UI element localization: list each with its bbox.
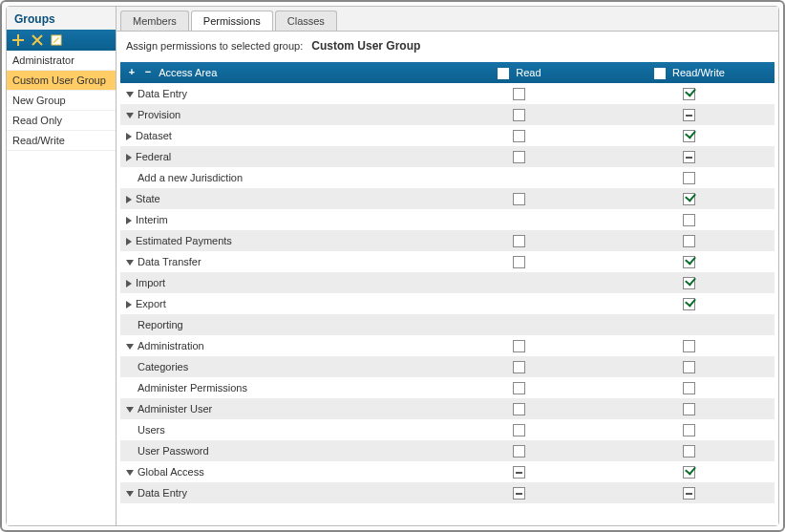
permission-checkbox[interactable] <box>513 256 525 268</box>
tree-cell[interactable]: Import <box>120 272 435 293</box>
tree-cell[interactable]: Administration <box>120 335 435 356</box>
edit-icon[interactable] <box>49 32 64 48</box>
tree-cell[interactable]: Federal <box>120 146 435 167</box>
column-header-readwrite[interactable]: Read/Write <box>605 62 774 83</box>
permission-checkbox[interactable] <box>513 151 525 163</box>
tree-cell[interactable]: Dataset <box>120 125 435 146</box>
permission-checkbox[interactable] <box>683 88 695 100</box>
read-cell <box>435 293 605 314</box>
sidebar-item[interactable]: Read Only <box>7 111 116 131</box>
table-row: Estimated Payments <box>120 230 774 251</box>
chevron-down-icon[interactable] <box>126 491 134 497</box>
chevron-right-icon[interactable] <box>126 133 132 140</box>
permission-checkbox[interactable] <box>683 130 695 142</box>
chevron-right-icon[interactable] <box>126 154 132 161</box>
tree-cell[interactable]: State <box>120 188 435 209</box>
tree-cell[interactable]: Export <box>120 293 435 314</box>
tab[interactable]: Classes <box>275 11 337 31</box>
sidebar-item[interactable]: Custom User Group <box>7 71 116 91</box>
chevron-right-icon[interactable] <box>126 280 132 287</box>
expand-all-icon[interactable]: + <box>126 67 138 78</box>
tree-cell[interactable]: Administer User <box>120 398 435 419</box>
tree-cell[interactable]: Provision <box>120 104 435 125</box>
permission-checkbox[interactable] <box>683 403 695 415</box>
sidebar-item[interactable]: New Group <box>7 91 116 111</box>
tree-cell[interactable]: Reporting <box>120 314 435 335</box>
sidebar-item[interactable]: Read/Write <box>7 131 116 151</box>
tab[interactable]: Permissions <box>191 11 273 31</box>
permission-checkbox[interactable] <box>683 214 695 226</box>
tree-cell[interactable]: Data Transfer <box>120 251 435 272</box>
grid-wrap[interactable]: + − Access Area Read R <box>117 62 778 525</box>
chevron-down-icon[interactable] <box>126 470 134 476</box>
read-cell <box>435 167 605 188</box>
permission-checkbox[interactable] <box>513 340 525 352</box>
permission-checkbox[interactable] <box>683 193 695 205</box>
tree-cell[interactable]: Global Access <box>120 461 435 482</box>
chevron-right-icon[interactable] <box>126 217 132 224</box>
permission-checkbox[interactable] <box>513 424 525 436</box>
assign-prefix: Assign permissions to selected group: <box>126 40 303 52</box>
permission-checkbox[interactable] <box>513 130 525 142</box>
permission-checkbox[interactable] <box>683 235 695 247</box>
column-header-area[interactable]: + − Access Area <box>120 62 435 83</box>
permission-checkbox[interactable] <box>683 256 695 268</box>
permission-checkbox[interactable] <box>683 382 695 394</box>
tree-spacer <box>126 446 134 454</box>
groups-sidebar: Groups AdministratorCustom User GroupNew… <box>7 7 117 525</box>
chevron-down-icon[interactable] <box>126 92 134 97</box>
permission-checkbox[interactable] <box>513 361 525 373</box>
permission-checkbox[interactable] <box>683 277 695 289</box>
permission-checkbox[interactable] <box>513 88 525 100</box>
chevron-right-icon[interactable] <box>126 196 132 203</box>
permission-checkbox[interactable] <box>683 445 695 458</box>
chevron-down-icon[interactable] <box>126 260 134 266</box>
header-readwrite-checkbox[interactable] <box>654 68 666 79</box>
delete-icon[interactable] <box>30 32 45 48</box>
permission-checkbox[interactable] <box>513 193 525 205</box>
permission-checkbox[interactable] <box>513 382 525 394</box>
column-header-read[interactable]: Read <box>435 62 605 83</box>
table-row: Administer Permissions <box>120 377 774 398</box>
permission-checkbox[interactable] <box>683 487 695 500</box>
tree-label: User Password <box>138 446 209 458</box>
permission-checkbox[interactable] <box>513 445 525 458</box>
tree-cell[interactable]: Categories <box>120 356 435 377</box>
readwrite-cell <box>605 251 774 272</box>
permission-checkbox[interactable] <box>683 109 695 121</box>
chevron-right-icon[interactable] <box>126 238 132 245</box>
permission-checkbox[interactable] <box>683 172 695 184</box>
tree-cell[interactable]: Administer Permissions <box>120 377 435 398</box>
readwrite-cell <box>605 335 774 356</box>
permission-checkbox[interactable] <box>513 466 525 479</box>
permission-checkbox[interactable] <box>683 424 695 436</box>
permission-checkbox[interactable] <box>513 487 525 500</box>
tree-cell[interactable]: Interim <box>120 209 435 230</box>
read-cell <box>435 209 605 230</box>
tree-cell[interactable]: Estimated Payments <box>120 230 435 251</box>
tab[interactable]: Members <box>120 11 189 31</box>
chevron-right-icon[interactable] <box>126 301 132 309</box>
chevron-down-icon[interactable] <box>126 407 134 413</box>
permission-checkbox[interactable] <box>683 340 695 352</box>
permission-checkbox[interactable] <box>683 361 695 373</box>
permission-checkbox[interactable] <box>683 151 695 163</box>
plus-icon[interactable] <box>11 32 26 48</box>
sidebar-item[interactable]: Administrator <box>7 51 116 71</box>
readwrite-cell <box>605 209 774 230</box>
permission-checkbox[interactable] <box>513 109 525 121</box>
tree-cell[interactable]: Add a new Jurisdiction <box>120 167 435 188</box>
tree-cell[interactable]: Data Entry <box>120 482 435 503</box>
permission-checkbox[interactable] <box>513 235 525 247</box>
tree-cell[interactable]: Data Entry <box>120 83 435 104</box>
permission-checkbox[interactable] <box>513 403 525 415</box>
tree-cell[interactable]: Users <box>120 419 435 440</box>
collapse-all-icon[interactable]: − <box>142 67 154 78</box>
permission-checkbox[interactable] <box>683 466 695 479</box>
chevron-down-icon[interactable] <box>126 344 134 350</box>
chevron-down-icon[interactable] <box>126 113 134 118</box>
read-cell <box>435 125 605 146</box>
tree-cell[interactable]: User Password <box>120 440 435 461</box>
permission-checkbox[interactable] <box>683 298 695 310</box>
header-read-checkbox[interactable] <box>498 68 509 79</box>
